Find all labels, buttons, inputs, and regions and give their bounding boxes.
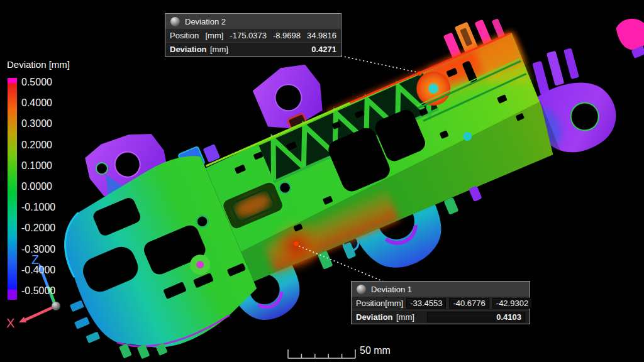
position-label: Position <box>356 299 385 308</box>
viewer-stage: Deviation [mm] 0.5000 0.4000 0.3000 0.20… <box>0 0 644 362</box>
position-label: Position <box>170 31 206 40</box>
z-axis-label: Z <box>31 253 39 267</box>
tooltip-header[interactable]: Deviation 1 <box>352 282 530 297</box>
annotation-tooltip-deviation-2[interactable]: Deviation 2 Position [mm] -175.0373 -8.9… <box>165 13 341 57</box>
position-z: -42.9302 <box>492 298 532 309</box>
x-axis-label: X <box>6 316 14 331</box>
triad-origin-sphere <box>52 302 60 310</box>
sphere-icon <box>357 285 366 294</box>
legend-tick: 0.2000 <box>21 140 52 151</box>
tooltip-header[interactable]: Deviation 2 <box>165 14 341 29</box>
legend-tick: 0.0000 <box>21 181 52 192</box>
scale-ruler <box>288 349 355 358</box>
position-x: -33.4553 <box>406 298 446 309</box>
deviation-label: Deviation <box>170 45 210 54</box>
legend-title: Deviation [mm] <box>7 59 70 70</box>
legend-colorbar <box>8 78 17 300</box>
legend-tick: -0.1000 <box>21 202 55 213</box>
marker-deviation-2 <box>418 72 422 76</box>
position-row: Position [mm] -175.0373 -8.9698 34.9816 <box>165 29 341 42</box>
legend-tick: -0.2000 <box>21 222 55 234</box>
deviation-row: Deviation [mm] 0.4103 <box>352 310 530 324</box>
position-x: -175.0373 <box>230 31 267 40</box>
annotation-tooltip-deviation-1[interactable]: Deviation 1 Position [mm] -33.4553 -40.6… <box>351 281 530 324</box>
legend-tick: -0.5000 <box>21 285 55 297</box>
unit-label: [mm] <box>206 31 230 40</box>
position-y: -40.6776 <box>449 298 489 309</box>
scale-bar-label: 50 mm <box>360 345 391 356</box>
legend-tick: 0.5000 <box>21 77 52 88</box>
unit-label: [mm] <box>396 312 424 322</box>
position-row: Position [mm] -33.4553 -40.6776 -42.9302 <box>352 297 530 310</box>
legend-tick: 0.3000 <box>21 118 52 129</box>
position-z: 34.9816 <box>307 31 336 40</box>
marker-deviation-1 <box>294 242 299 246</box>
deviation-label: Deviation <box>356 312 396 322</box>
unit-label: [mm] <box>210 45 238 54</box>
unit-label: [mm] <box>385 299 403 308</box>
deviation-row: Deviation [mm] 0.4271 <box>165 42 341 56</box>
leader-line-deviation-2 <box>341 56 418 72</box>
sphere-icon <box>170 17 180 26</box>
deviation-value: 0.4103 <box>427 312 525 322</box>
position-y: -8.9698 <box>273 31 301 40</box>
legend-tick: 0.4000 <box>21 97 52 109</box>
deviation-value: 0.4271 <box>238 45 336 54</box>
tooltip-title: Deviation 2 <box>185 17 226 26</box>
legend-tick: 0.1000 <box>21 160 52 172</box>
tooltip-title: Deviation 1 <box>371 285 412 294</box>
x-axis-arrow <box>25 307 53 320</box>
